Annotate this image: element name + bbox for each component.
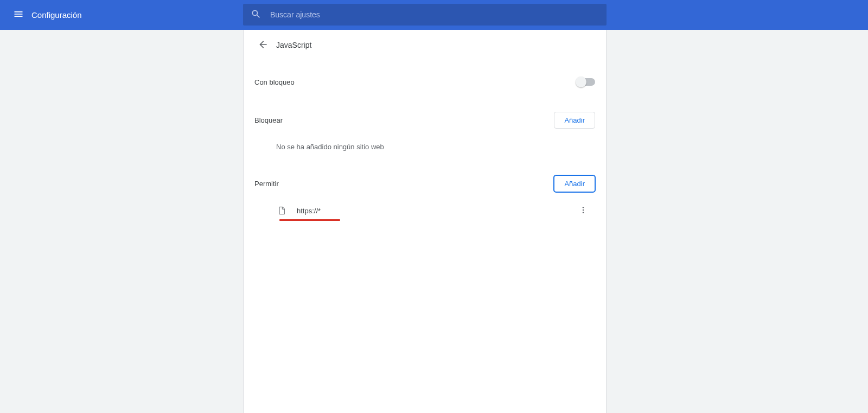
block-empty-message: No se ha añadido ningún sitio web [254,134,595,160]
red-underline-annotation [279,219,340,221]
toggle-thumb-icon [576,77,586,87]
allow-site-url: https://* [297,207,321,215]
app-header: Configuración [0,0,868,30]
app-title: Configuración [31,10,82,20]
search-icon [251,9,261,21]
allow-site-row[interactable]: https://* [254,198,595,224]
allow-add-button[interactable]: Añadir [554,175,595,192]
block-section-title: Bloquear [254,116,283,124]
settings-panel: JavaScript Con bloqueo Bloquear Añadir N… [243,30,607,413]
menu-icon [13,9,24,21]
svg-point-2 [583,212,584,213]
blocked-toggle-label: Con bloqueo [254,78,295,86]
block-section-header: Bloquear Añadir [254,106,595,134]
svg-point-0 [583,207,584,208]
back-button[interactable] [254,36,272,54]
search-bar[interactable] [243,4,607,26]
main-menu-button[interactable] [5,2,31,28]
page-title: JavaScript [276,41,311,49]
more-vert-icon [579,206,588,216]
arrow-left-icon [258,39,269,52]
blocked-toggle[interactable] [577,78,595,86]
allow-site-menu-button[interactable] [575,202,592,219]
blocked-toggle-row: Con bloqueo [254,65,595,99]
search-input[interactable] [269,10,599,20]
file-icon [276,205,287,216]
block-add-button[interactable]: Añadir [554,112,595,129]
allow-section-title: Permitir [254,180,279,188]
allow-section-header: Permitir Añadir [254,169,595,198]
svg-point-1 [583,209,584,210]
page-title-row: JavaScript [244,30,606,60]
